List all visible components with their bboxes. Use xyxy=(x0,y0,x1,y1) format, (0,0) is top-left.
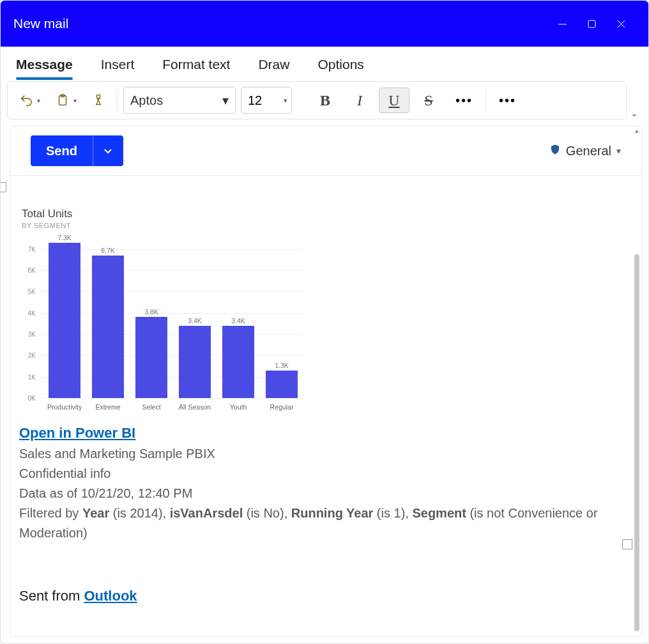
chevron-down-icon: ▾ xyxy=(220,93,231,108)
bar-value-label: 6.7K xyxy=(101,247,115,254)
ribbon-tabs: Message Insert Format text Draw Options xyxy=(1,47,648,79)
ribbon: ▾ ▾ Aptos ▾ 12 ▾ B I U S xyxy=(7,81,627,119)
chevron-down-icon: ▾ xyxy=(616,146,621,156)
chart-subtitle: BY SEGMENT xyxy=(22,222,303,229)
filter-text: Filtered by Year (is 2014), isVanArsdel … xyxy=(19,503,632,543)
selection-handle[interactable] xyxy=(622,539,632,549)
y-tick: 4K xyxy=(22,309,36,316)
report-source-text: Sales and Marketing Sample PBIX xyxy=(19,444,632,464)
strikethrough-button[interactable]: S xyxy=(413,88,444,113)
title-bar: New mail xyxy=(1,1,648,47)
shield-icon xyxy=(549,143,561,159)
chart-bar xyxy=(266,371,298,398)
y-tick: 1K xyxy=(22,373,36,380)
maximize-button[interactable] xyxy=(577,12,606,36)
chevron-down-icon: ▾ xyxy=(73,97,77,104)
font-size-value: 12 xyxy=(248,93,262,108)
sensitivity-label-button[interactable]: General ▾ xyxy=(549,143,621,159)
chart-bar xyxy=(222,326,254,398)
x-tick-label: Extreme xyxy=(91,403,125,411)
y-tick: 7K xyxy=(22,245,36,252)
svg-rect-1 xyxy=(588,20,595,27)
chevron-down-icon: ▾ xyxy=(284,96,287,105)
italic-button[interactable]: I xyxy=(344,88,375,113)
bar-value-label: 1.3K xyxy=(275,362,289,369)
chart-bar xyxy=(179,326,211,398)
font-size-select[interactable]: 12 ▾ xyxy=(241,87,292,114)
open-in-power-bi-link[interactable]: Open in Power BI xyxy=(19,425,135,441)
y-tick: 0K xyxy=(22,395,36,402)
x-tick-label: Youth xyxy=(221,403,256,411)
window-title: New mail xyxy=(13,16,68,31)
underline-button[interactable]: U xyxy=(379,88,409,113)
font-family-value: Aptos xyxy=(130,93,220,108)
paste-button[interactable]: ▾ xyxy=(50,88,82,113)
scroll-up-icon[interactable]: ▲ xyxy=(634,126,640,135)
font-family-select[interactable]: Aptos ▾ xyxy=(123,87,236,114)
more-commands-button[interactable]: ••• xyxy=(492,93,523,108)
bar-value-label: 3.4K xyxy=(231,317,245,325)
x-tick-label: Select xyxy=(134,403,169,411)
ribbon-collapse-chevron-icon[interactable]: ⌄ xyxy=(627,81,642,119)
chart-title: Total Units xyxy=(22,208,303,220)
send-options-button[interactable] xyxy=(93,135,123,166)
tab-format-text[interactable]: Format text xyxy=(161,53,231,79)
chevron-down-icon: ▾ xyxy=(37,97,40,104)
vertical-scrollbar[interactable]: ▲ xyxy=(632,126,641,636)
more-formatting-button[interactable]: ••• xyxy=(449,93,479,108)
mail-content[interactable]: Send General ▾ xyxy=(10,126,641,632)
chart-bar xyxy=(49,243,80,398)
tab-insert[interactable]: Insert xyxy=(100,53,136,79)
send-button[interactable]: Send xyxy=(31,135,93,166)
x-tick-label: Productivity xyxy=(47,403,82,411)
chart-bar xyxy=(135,317,167,398)
bold-button[interactable]: B xyxy=(310,88,340,113)
y-tick: 2K xyxy=(22,352,36,359)
close-button[interactable] xyxy=(606,12,636,36)
format-painter-button[interactable] xyxy=(87,88,110,113)
minimize-button[interactable] xyxy=(547,12,577,36)
tab-message[interactable]: Message xyxy=(15,53,74,79)
compose-window: New mail Message Insert Format text Draw… xyxy=(0,0,649,644)
x-tick-label: All Season xyxy=(178,403,212,411)
signature-text: Sent from Outlook xyxy=(19,543,632,607)
sensitivity-label-text: General xyxy=(566,144,611,158)
undo-button[interactable]: ▾ xyxy=(14,88,45,113)
bar-value-label: 7.3K xyxy=(57,234,72,241)
y-tick: 5K xyxy=(22,288,36,295)
tab-options[interactable]: Options xyxy=(316,53,365,79)
selection-handle[interactable] xyxy=(0,182,6,192)
y-tick: 3K xyxy=(22,331,36,338)
x-tick-label: Regular xyxy=(264,403,299,411)
chart-bar xyxy=(92,256,124,398)
chart-total-units: Total Units BY SEGMENT 0K1K2K3K4K5K6K7K … xyxy=(22,208,303,411)
bar-value-label: 3.4K xyxy=(188,317,202,325)
data-as-of-text: Data as of 10/21/20, 12:40 PM xyxy=(19,484,632,503)
bar-value-label: 3.8K xyxy=(144,308,158,316)
classification-text: Confidential info xyxy=(19,464,632,484)
outlook-link[interactable]: Outlook xyxy=(84,588,137,604)
mail-body-panel: Send General ▾ xyxy=(10,126,642,637)
tab-draw[interactable]: Draw xyxy=(257,53,291,79)
y-tick: 6K xyxy=(22,267,36,274)
